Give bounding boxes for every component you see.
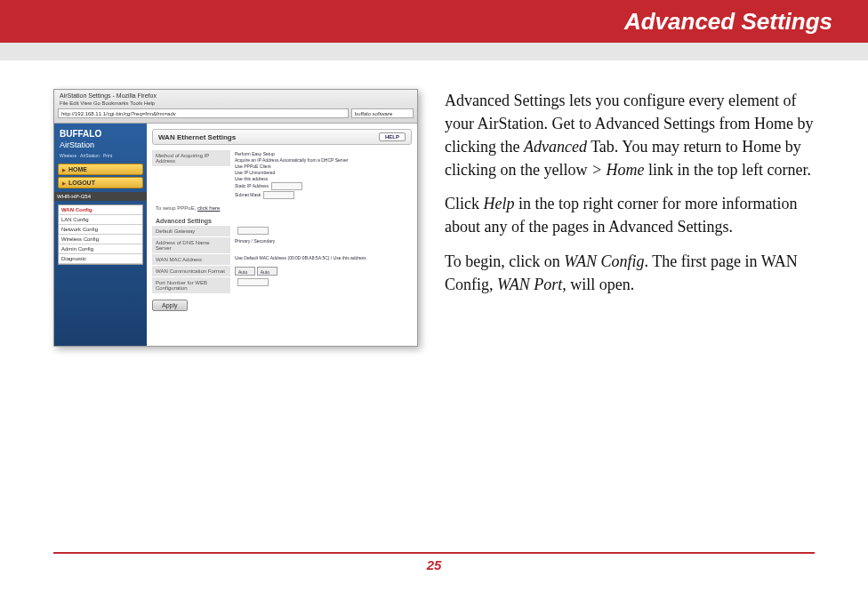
method-label: Method of Acquiring IP Address [152, 150, 230, 166]
subnet-line: Subnet Mask [235, 191, 409, 200]
product-name: AirStation [58, 140, 143, 153]
radio-easy-setup[interactable]: Perform Easy Setup [235, 151, 409, 157]
static-ip-line: Static IP Address [235, 182, 409, 191]
radio-unnumbered[interactable]: Use IP Unnumbered [235, 170, 409, 176]
paragraph-3: To begin, click on WAN Config. The first… [445, 250, 815, 296]
browser-toolbar: http://192.168.11.1/cgi-bin/cgi?req=frm&… [58, 108, 414, 118]
radio-dhcp[interactable]: Acquire an IP Address Automatically from… [235, 157, 409, 164]
row-default-gateway-label: Default Gateway [152, 226, 230, 236]
click-here-link[interactable]: click here [197, 205, 220, 211]
header-sub-bar [0, 43, 868, 60]
mdi-select[interactable]: Auto [257, 267, 277, 276]
router-main-panel: WAN Ethernet Settings HELP Method of Acq… [147, 124, 417, 346]
speed-select[interactable]: Auto [235, 267, 255, 276]
sidebar-item-diagnostic[interactable]: Diagnostic [59, 254, 142, 264]
paragraph-2: Click Help in the top right corner for m… [445, 192, 815, 238]
apply-button[interactable]: Apply [152, 300, 188, 311]
footer: 25 [53, 552, 815, 573]
port-input[interactable] [237, 278, 269, 286]
row-wan-format-value: Auto Auto [232, 266, 412, 276]
browser-chrome: AirStation Settings - Mozilla Firefox Fi… [54, 90, 417, 124]
paragraph-1: Advanced Settings lets you configure eve… [445, 89, 815, 181]
row-wan-format-label: WAN Communication Format [152, 266, 230, 276]
row-dns-label: Address of DNS Name Server [152, 237, 230, 253]
row-port-label: Port Number for WEB Configuration [152, 277, 230, 293]
browser-menu-bar: File Edit View Go Bookmarks Tools Help [58, 100, 414, 107]
sidebar-item-network-config[interactable]: Network Config [59, 225, 142, 235]
settings-block: Method of Acquiring IP Address Perform E… [152, 150, 412, 311]
home-button[interactable]: HOME [58, 164, 143, 175]
advanced-settings-label: Advanced Settings [152, 214, 412, 226]
browser-window-title: AirStation Settings - Mozilla Firefox [58, 92, 414, 100]
method-options: Perform Easy Setup Acquire an IP Address… [232, 150, 412, 201]
header-bar: Advanced Settings [0, 0, 868, 43]
radio-use-address[interactable]: Use this address [235, 176, 409, 182]
panel-title: WAN Ethernet Settings [158, 133, 236, 141]
browser-url-bar[interactable]: http://192.168.11.1/cgi-bin/cgi?req=frm&… [58, 108, 349, 118]
sidebar-item-admin-config[interactable]: Admin Config [59, 244, 142, 254]
subnet-input[interactable] [263, 191, 294, 199]
page-title: Advanced Settings [624, 8, 832, 36]
router-screenshot: AirStation Settings - Mozilla Firefox Fi… [53, 89, 418, 347]
row-dns-value: Primary / Secondary [232, 237, 412, 244]
browser-search-bar[interactable]: buffalo software [351, 108, 414, 118]
content-area: AirStation Settings - Mozilla Firefox Fi… [0, 60, 868, 347]
sidebar-item-wireless-config[interactable]: Wireless Config [59, 235, 142, 244]
sidebar-menu: WAN Config LAN Config Network Config Wir… [58, 204, 143, 265]
advanced-tab-ref: Advanced [524, 138, 587, 156]
page-number: 25 [427, 557, 442, 572]
sidebar-item-wan-config[interactable]: WAN Config [59, 205, 142, 215]
brand-logo: BUFFALO [58, 127, 143, 140]
help-ref: Help [484, 195, 515, 212]
row-mac-value: Use Default MAC Address (00:0D:0B:A8:5A:… [232, 254, 412, 261]
home-link-ref: > Home [591, 161, 645, 179]
radio-pppoe[interactable]: Use PPPoE Client [235, 164, 409, 170]
pppoe-setup-hint: To setup PPPoE, click here [152, 202, 412, 214]
product-tagline: Wireless · AirStation · Print [58, 153, 143, 162]
row-mac-label: WAN MAC Address [152, 254, 230, 265]
wan-config-ref: WAN Config [564, 252, 644, 270]
default-gateway-input[interactable] [237, 227, 269, 235]
sidebar-item-lan-config[interactable]: LAN Config [59, 215, 142, 225]
help-button[interactable]: HELP [379, 132, 406, 141]
body-text: Advanced Settings lets you configure eve… [445, 89, 815, 347]
wan-port-ref: WAN Port [497, 276, 562, 293]
panel-header: WAN Ethernet Settings HELP [152, 129, 412, 145]
router-page: BUFFALO AirStation Wireless · AirStation… [54, 124, 417, 346]
model-label: WHR-HP-G54 [54, 192, 147, 201]
router-sidebar: BUFFALO AirStation Wireless · AirStation… [54, 124, 147, 346]
logout-button[interactable]: LOGOUT [58, 177, 143, 188]
static-ip-input[interactable] [271, 182, 302, 190]
